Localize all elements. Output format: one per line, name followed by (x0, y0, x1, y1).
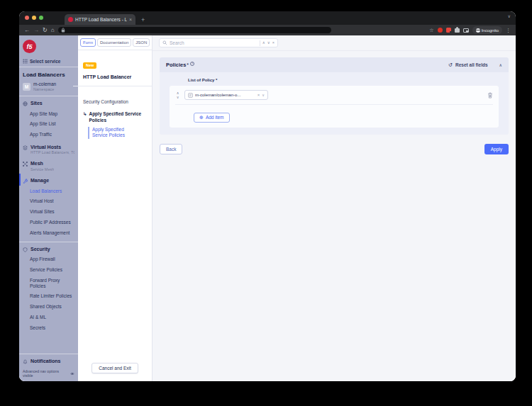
zoom-window-button[interactable] (39, 16, 43, 20)
sidebar-item-virtual-host[interactable]: Virtual Host (19, 196, 78, 207)
sidebar-group-sublabel: HTTP Load Balancers, TC... (31, 150, 74, 155)
search-prev-icon[interactable]: ∧ (262, 41, 265, 45)
sidebar-item-shared-objects[interactable]: Shared Objects (19, 302, 78, 312)
reset-icon: ↺ (448, 62, 453, 68)
apps-grid-icon (23, 59, 28, 64)
bookmark-star-icon[interactable]: ☆ (429, 28, 433, 33)
left-nav-sidebar: f5 Select service Load Balancers M m-col… (19, 35, 78, 381)
cancel-and-exit-button[interactable]: Cancel and Exit (92, 363, 138, 373)
tab-form[interactable]: Form (80, 38, 96, 47)
sidebar-item-app-traffic[interactable]: App Traffic (19, 130, 78, 140)
delete-item-button[interactable] (487, 92, 493, 98)
close-window-button[interactable] (25, 16, 29, 20)
sidebar-group-sites[interactable]: Sites (19, 96, 78, 108)
policy-select-value: m-coleman/coleman-o... (195, 93, 255, 97)
back-button[interactable]: Back (160, 144, 182, 154)
tab-documentation[interactable]: Documentation (97, 38, 131, 47)
reorder-handle[interactable]: ∧ ∨ (175, 91, 180, 99)
extension-icon[interactable] (438, 28, 443, 33)
tab-title: HTTP Load Balancers - Load B (75, 17, 127, 22)
policies-panel-body: List of Policy * ∧ ∨ (160, 72, 509, 135)
sidebar-group-label: Manage (31, 178, 49, 184)
search-input[interactable] (170, 40, 257, 45)
eye-icon (70, 372, 74, 376)
sidebar-group-virtual-hosts[interactable]: Virtual Hosts HTTP Load Balancers, TC... (19, 140, 78, 157)
sidebar-item-app-firewall[interactable]: App Firewall (19, 254, 78, 265)
namespace-sublabel: Namespace (33, 87, 56, 92)
select-service-label: Select service (30, 59, 60, 64)
trash-icon (487, 92, 493, 98)
sidebar-item-forward-proxy-policies[interactable]: Forward Proxy Policies (19, 275, 78, 291)
tab-json[interactable]: JSON (133, 38, 150, 47)
sidebar-item-virtual-sites[interactable]: Virtual Sites (19, 207, 78, 218)
list-of-policy-label: List of Policy * (188, 78, 499, 82)
f5-favicon-icon (68, 17, 73, 22)
globe-icon (23, 101, 28, 106)
sidebar-item-alerts-management[interactable]: Alerts Management (19, 227, 78, 238)
back-icon[interactable]: ← (24, 28, 30, 33)
reset-all-fields-button[interactable]: Reset all fields (455, 62, 488, 67)
form-step-sublink[interactable]: Apply Specified Service Policies (88, 127, 132, 140)
namespace-selector[interactable]: M m-coleman Namespace (19, 80, 78, 96)
screenshot-background: HTTP Load Balancers - Load B × + ∨ ← → ↻… (0, 0, 532, 406)
add-item-label: Add item (206, 115, 224, 120)
window-controls (25, 16, 43, 20)
form-nav-panel: Form Documentation JSON New HTTP Load Ba… (78, 35, 153, 381)
cast-icon[interactable] (463, 28, 469, 33)
move-up-icon[interactable]: ∧ (177, 91, 179, 95)
plus-circle-icon: ⊕ (199, 115, 204, 120)
sidebar-item-secrets[interactable]: Secrets (19, 322, 78, 333)
browser-menu-icon[interactable]: ⋮ (506, 28, 511, 33)
search-icon (162, 40, 167, 45)
tab-close-icon[interactable]: × (129, 17, 132, 22)
sidebar-item-service-policies[interactable]: Service Policies (19, 265, 78, 276)
reload-icon[interactable]: ↻ (43, 28, 48, 33)
policies-panel: Policies * ? ↺ Reset all fields ∧ List o… (160, 57, 509, 135)
sidebar-group-manage[interactable]: Manage (19, 174, 78, 186)
add-item-button[interactable]: ⊕ Add item (194, 113, 230, 123)
tab-search-icon[interactable]: ∨ (508, 13, 511, 18)
layers-icon (23, 145, 28, 150)
step-arrow-icon: ↳ (83, 111, 87, 124)
sidebar-item-public-ip-addresses[interactable]: Public IP Addresses (19, 217, 78, 227)
policy-list-item: ∧ ∨ m-coleman/coleman-o... × (175, 90, 493, 100)
sidebar-item-load-balancers[interactable]: Load Balancers (19, 186, 78, 196)
chevron-down-icon[interactable]: ∨ (262, 93, 265, 97)
form-section-label[interactable]: Security Configuration (83, 99, 147, 104)
incognito-icon (476, 28, 480, 33)
sidebar-item-app-site-list[interactable]: App Site List (19, 119, 78, 130)
search-clear-icon[interactable]: × (272, 41, 275, 45)
sidebar-group-label: Security (31, 247, 50, 253)
extensions-puzzle-icon[interactable] (455, 28, 460, 33)
sidebar-group-label: Sites (31, 101, 43, 107)
policy-select[interactable]: m-coleman/coleman-o... × ∨ (184, 90, 268, 100)
browser-tab[interactable]: HTTP Load Balancers - Load B × (65, 14, 135, 25)
new-tab-button[interactable]: + (141, 16, 145, 23)
shield-icon (23, 247, 28, 252)
move-down-icon[interactable]: ∨ (177, 96, 179, 99)
info-icon[interactable]: ? (190, 62, 194, 66)
sidebar-group-notifications[interactable]: Notifications (19, 354, 78, 366)
address-bar[interactable] (58, 27, 331, 33)
sidebar-item-app-site-map[interactable]: App Site Map (19, 108, 78, 119)
extension-icon[interactable] (446, 28, 451, 33)
policy-ref-icon (188, 93, 193, 98)
required-mark: * (187, 62, 189, 67)
collapse-chevron-icon[interactable]: ∧ (499, 62, 502, 67)
tab-strip: HTTP Load Balancers - Load B × + ∨ (19, 11, 516, 25)
forward-icon[interactable]: → (33, 28, 39, 33)
select-service[interactable]: Select service (19, 57, 78, 67)
clear-selection-icon[interactable]: × (257, 93, 260, 97)
form-title: HTTP Load Balancer (83, 74, 147, 79)
browser-toolbar: ← → ↻ ⌂ ☆ Incognito ⋮ (19, 25, 516, 35)
sidebar-group-security[interactable]: Security (19, 242, 78, 254)
sidebar-item-rate-limiter-policies[interactable]: Rate Limiter Policies (19, 291, 78, 302)
sidebar-group-mesh[interactable]: Mesh Service Mesh (19, 157, 78, 174)
minimize-window-button[interactable] (32, 16, 36, 20)
apply-button[interactable]: Apply (484, 144, 509, 154)
sidebar-item-ai-ml[interactable]: AI & ML (19, 312, 78, 323)
form-current-step[interactable]: ↳ Apply Specified Service Policies (83, 111, 147, 124)
home-icon[interactable]: ⌂ (51, 28, 55, 33)
search-next-icon[interactable]: ∨ (267, 41, 270, 45)
new-badge: New (83, 62, 96, 69)
